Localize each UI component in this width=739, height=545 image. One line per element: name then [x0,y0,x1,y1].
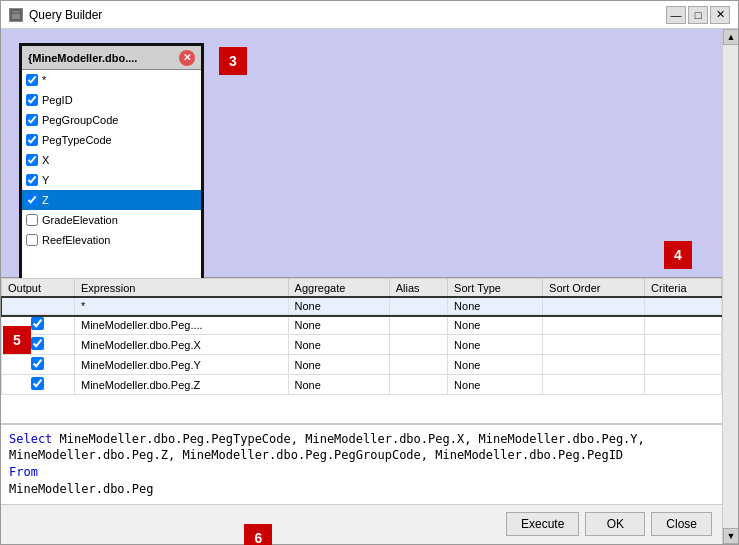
col-header-criteria: Criteria [645,279,722,298]
cell-expression[interactable]: MineModeller.dbo.Peg.Z [74,375,288,395]
cell-output [2,298,75,315]
cell-aggregate: None [288,355,389,375]
col-header-aggregate: Aggregate [288,279,389,298]
table-row[interactable]: * None None [2,298,722,315]
grid-section: 5 Output Expression Aggregate Alias Sort… [1,278,722,424]
cell-expression[interactable]: MineModeller.dbo.Peg.... [74,315,288,335]
cell-criteria[interactable] [645,335,722,355]
cell-sort-type: None [448,355,543,375]
from-keyword: From [9,465,38,479]
col-header-output: Output [2,279,75,298]
row-output-checkbox[interactable] [31,357,44,370]
cell-expression[interactable]: MineModeller.dbo.Peg.Y [74,355,288,375]
table-name-label: {MineModeller.dbo.... [28,52,137,64]
scroll-down-button[interactable]: ▼ [723,528,738,544]
cell-alias[interactable] [389,335,447,355]
table-row[interactable]: MineModeller.dbo.Peg.Z None None [2,375,722,395]
col-header-alias: Alias [389,279,447,298]
execute-button[interactable]: Execute [506,512,579,536]
sql-line2: MineModeller.dbo.Peg.Z, MineModeller.dbo… [9,448,623,462]
close-button[interactable]: Close [651,512,712,536]
cell-alias[interactable] [389,298,447,315]
top-section: {MineModeller.dbo.... ✕ * PegID PegGroup… [1,29,722,278]
select-keyword: Select [9,432,52,446]
badge-5: 5 [3,326,31,354]
cell-aggregate: None [288,375,389,395]
list-item: GradeElevation [22,210,201,230]
list-item: PegTypeCode [22,130,201,150]
list-item: PegID [22,90,201,110]
col-header-expression: Expression [74,279,288,298]
col-header-sort-order: Sort Order [543,279,645,298]
cell-expression[interactable]: MineModeller.dbo.Peg.X [74,335,288,355]
table-row[interactable]: MineModeller.dbo.Peg.X None None [2,335,722,355]
cell-expression[interactable]: * [74,298,288,315]
bottom-buttons: Execute OK Close [506,512,712,536]
cell-alias[interactable] [389,315,447,335]
col-header-sort-type: Sort Type [448,279,543,298]
list-item: PegGroupCode [22,110,201,130]
list-item: Y [22,170,201,190]
field-checkbox-gradeelevation[interactable] [26,214,38,226]
field-checkbox-pegid[interactable] [26,94,38,106]
grid-header-row: Output Expression Aggregate Alias Sort T… [2,279,722,298]
cell-output [2,355,75,375]
cell-sort-order[interactable] [543,335,645,355]
cell-criteria[interactable] [645,375,722,395]
sql-line4: MineModeller.dbo.Peg [9,482,154,496]
field-checkbox-pegtypecode[interactable] [26,134,38,146]
row-output-checkbox[interactable] [31,377,44,390]
query-grid: Output Expression Aggregate Alias Sort T… [1,278,722,395]
cell-sort-order[interactable] [543,298,645,315]
field-checkbox-y[interactable] [26,174,38,186]
query-builder-window: Query Builder — □ ✕ {MineModeller.dbo...… [0,0,739,545]
table-widget-header: {MineModeller.dbo.... ✕ [22,46,201,70]
close-window-button[interactable]: ✕ [710,6,730,24]
scroll-track[interactable] [723,45,738,528]
field-checkbox-z[interactable] [26,194,38,206]
field-checkbox-reefelevation[interactable] [26,234,38,246]
table-field-list[interactable]: * PegID PegGroupCode PegTypeCode X [22,70,201,280]
title-bar-left: Query Builder [9,8,102,22]
list-item: X [22,150,201,170]
list-item: * [22,70,201,90]
cell-sort-order[interactable] [543,315,645,335]
cell-aggregate: None [288,315,389,335]
table-widget: {MineModeller.dbo.... ✕ * PegID PegGroup… [19,43,204,283]
row-output-checkbox[interactable] [31,317,44,330]
sql-preview[interactable]: Select MineModeller.dbo.Peg.PegTypeCode,… [1,424,722,504]
cell-sort-order[interactable] [543,355,645,375]
field-checkbox-x[interactable] [26,154,38,166]
content-area: {MineModeller.dbo.... ✕ * PegID PegGroup… [1,29,738,544]
right-scrollbar[interactable]: ▲ ▼ [722,29,738,544]
cell-aggregate: None [288,298,389,315]
window-title: Query Builder [29,8,102,22]
cell-aggregate: None [288,335,389,355]
cell-sort-type: None [448,298,543,315]
cell-alias[interactable] [389,355,447,375]
bottom-bar: 6 Execute OK Close [1,504,722,544]
field-checkbox-peggroupcode[interactable] [26,114,38,126]
cell-sort-order[interactable] [543,375,645,395]
table-row[interactable]: MineModeller.dbo.Peg.... None None [2,315,722,335]
cell-criteria[interactable] [645,355,722,375]
row-output-checkbox[interactable] [31,337,44,350]
cell-sort-type: None [448,335,543,355]
cell-criteria[interactable] [645,315,722,335]
select-text: MineModeller.dbo.Peg.PegTypeCode, MineMo… [52,432,644,446]
maximize-button[interactable]: □ [688,6,708,24]
cell-criteria[interactable] [645,298,722,315]
title-controls: — □ ✕ [666,6,730,24]
minimize-button[interactable]: — [666,6,686,24]
cell-alias[interactable] [389,375,447,395]
table-row[interactable]: MineModeller.dbo.Peg.Y None None [2,355,722,375]
cell-output [2,375,75,395]
field-checkbox-star[interactable] [26,74,38,86]
table-remove-button[interactable]: ✕ [179,50,195,66]
svg-rect-0 [11,10,21,20]
main-panel: {MineModeller.dbo.... ✕ * PegID PegGroup… [1,29,722,544]
list-item-selected[interactable]: Z [22,190,201,210]
title-bar: Query Builder — □ ✕ [1,1,738,29]
ok-button[interactable]: OK [585,512,645,536]
scroll-up-button[interactable]: ▲ [723,29,738,45]
